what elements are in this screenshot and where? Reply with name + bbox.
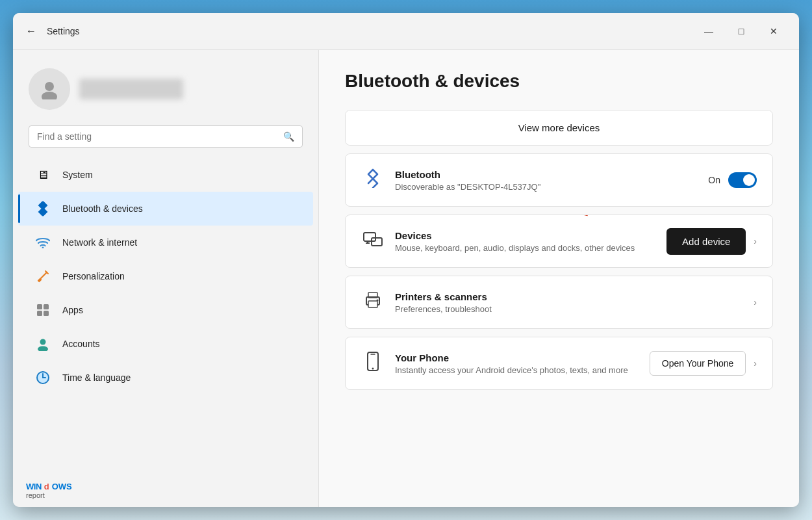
bluetooth-row: Bluetooth Discoverable as "DESKTOP-4L537… (346, 154, 772, 206)
your-phone-text: Your Phone Instantly access your Android… (395, 352, 639, 375)
sidebar: 🔍 🖥 System Bluetooth & devices (13, 50, 318, 507)
devices-row: Devices Mouse, keyboard, pen, audio, dis… (346, 215, 772, 267)
devices-icon (361, 230, 385, 252)
back-button[interactable]: ← (23, 23, 39, 40)
maximize-button[interactable]: □ (726, 21, 756, 42)
page-title: Bluetooth & devices (345, 71, 773, 92)
devices-text: Devices Mouse, keyboard, pen, audio, dis… (395, 230, 656, 253)
svg-rect-9 (44, 311, 49, 316)
system-icon: 🖥 (34, 166, 52, 184)
apps-label: Apps (62, 305, 83, 315)
main-panel: Bluetooth & devices View more devices Bl… (318, 50, 799, 507)
avatar (29, 68, 70, 110)
printers-subtitle: Preferences, troubleshoot (395, 304, 743, 314)
devices-chevron-icon: › (754, 236, 757, 246)
bluetooth-nav-icon (34, 200, 52, 218)
svg-rect-21 (368, 301, 377, 307)
printers-text: Printers & scanners Preferences, trouble… (395, 291, 743, 314)
svg-point-25 (372, 368, 374, 370)
your-phone-title: Your Phone (395, 352, 639, 363)
devices-subtitle: Mouse, keyboard, pen, audio, displays an… (395, 243, 656, 253)
bluetooth-row-icon (361, 168, 385, 192)
your-phone-action-area: Open Your Phone › (650, 351, 757, 376)
svg-rect-8 (37, 311, 42, 316)
username-blurred (79, 79, 183, 99)
bluetooth-card: Bluetooth Discoverable as "DESKTOP-4L537… (345, 153, 773, 207)
profile-section (13, 55, 318, 125)
devices-action-area: Add device › (666, 228, 757, 255)
svg-point-10 (40, 339, 46, 345)
svg-line-4 (41, 272, 47, 278)
window-title: Settings (47, 26, 80, 36)
your-phone-card: Your Phone Instantly access your Android… (345, 337, 773, 390)
your-phone-row: Your Phone Instantly access your Android… (346, 337, 772, 389)
sidebar-item-personalization[interactable]: Personalization (18, 259, 313, 293)
printers-chevron-icon: › (754, 297, 757, 307)
your-phone-chevron-icon: › (754, 358, 757, 369)
content-area: 🔍 🖥 System Bluetooth & devices (13, 50, 799, 507)
add-device-button[interactable]: Add device (666, 228, 746, 255)
svg-rect-15 (364, 233, 375, 241)
search-icon: 🔍 (283, 131, 294, 142)
close-button[interactable]: ✕ (759, 21, 789, 42)
sidebar-item-accounts[interactable]: Accounts (18, 327, 313, 361)
personalization-label: Personalization (62, 271, 125, 281)
printers-title: Printers & scanners (395, 291, 743, 302)
bluetooth-toggle-area: On (708, 172, 757, 188)
svg-point-2 (42, 247, 44, 249)
title-bar-left: ← Settings (23, 23, 694, 40)
svg-point-1 (42, 92, 57, 99)
time-label: Time & language (62, 372, 131, 383)
phone-icon (361, 352, 385, 375)
sidebar-item-apps[interactable]: Apps (18, 293, 313, 327)
d-text: d (44, 482, 49, 491)
ows-text: OWS (52, 482, 72, 491)
network-icon (34, 233, 52, 252)
settings-window: ← Settings — □ ✕ (13, 13, 799, 507)
search-button[interactable]: 🔍 (283, 131, 294, 142)
bluetooth-label: Bluetooth & devices (62, 203, 143, 214)
sidebar-item-time[interactable]: Time & language (18, 361, 313, 395)
printers-chevron-area: › (754, 297, 757, 307)
apps-icon (34, 301, 52, 319)
svg-rect-7 (44, 304, 49, 309)
view-more-devices-card: View more devices (345, 110, 773, 146)
accounts-icon (34, 335, 52, 353)
open-your-phone-button[interactable]: Open Your Phone (650, 351, 746, 376)
title-bar-controls: — □ ✕ (694, 21, 789, 42)
bluetooth-toggle[interactable] (728, 172, 757, 188)
your-phone-subtitle: Instantly access your Android device's p… (395, 365, 639, 375)
windows-report-logo: WIN d OWS (26, 482, 72, 491)
bluetooth-text: Bluetooth Discoverable as "DESKTOP-4L537… (395, 169, 698, 192)
watermark: WIN d OWS report (26, 482, 72, 499)
svg-point-0 (45, 82, 54, 91)
svg-point-11 (38, 346, 48, 352)
accounts-label: Accounts (62, 339, 100, 349)
devices-card: Devices Mouse, keyboard, pen, audio, dis… (345, 214, 773, 268)
view-more-devices-button[interactable]: View more devices (346, 110, 772, 145)
toggle-on-label: On (708, 175, 720, 185)
sidebar-item-bluetooth[interactable]: Bluetooth & devices (18, 192, 313, 226)
printers-row[interactable]: Printers & scanners Preferences, trouble… (346, 276, 772, 328)
minimize-button[interactable]: — (694, 21, 724, 42)
network-label: Network & internet (62, 237, 137, 248)
title-bar: ← Settings — □ ✕ (13, 13, 799, 50)
sidebar-item-network[interactable]: Network & internet (18, 226, 313, 259)
svg-rect-6 (37, 304, 42, 309)
devices-title: Devices (395, 230, 656, 241)
time-icon (34, 369, 52, 387)
report-text: report (26, 491, 45, 499)
search-box[interactable]: 🔍 (29, 125, 303, 148)
system-label: System (62, 170, 93, 180)
search-input[interactable] (37, 131, 278, 142)
bluetooth-title: Bluetooth (395, 169, 698, 180)
personalization-icon (34, 267, 52, 285)
printers-card: Printers & scanners Preferences, trouble… (345, 276, 773, 329)
svg-point-23 (377, 300, 379, 302)
printer-icon (361, 292, 385, 313)
bluetooth-subtitle: Discoverable as "DESKTOP-4L537JQ" (395, 182, 698, 192)
sidebar-item-system[interactable]: 🖥 System (18, 158, 313, 192)
win-text: WIN (26, 482, 42, 491)
